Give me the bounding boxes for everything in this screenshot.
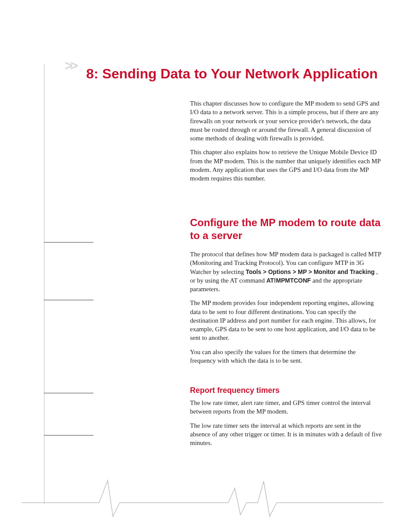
intro-block: This chapter discusses how to configure … (190, 99, 383, 188)
left-vertical-rule (44, 64, 44, 504)
side-rule-3 (44, 393, 93, 393)
subsection-heading-report-timers: Report frequency timers (190, 386, 383, 395)
document-page: >> 8: Sending Data to Your Network Appli… (0, 0, 411, 532)
intro-paragraph-1: This chapter discusses how to configure … (190, 99, 383, 143)
chapter-chevron-icon: >> (65, 58, 75, 74)
section1-paragraph-2: The MP modem provides four independent r… (190, 299, 383, 342)
chapter-title: 8: Sending Data to Your Network Applicat… (86, 66, 379, 82)
side-rule-4 (44, 435, 93, 436)
side-rule-2 (44, 300, 93, 300)
subsection-block: The low rate timer, alert rate timer, an… (190, 398, 383, 452)
intro-paragraph-2: This chapter also explains how to retrie… (190, 148, 383, 183)
side-rule-1 (44, 242, 93, 243)
subsection-paragraph-1: The low rate timer, alert rate timer, an… (190, 398, 383, 416)
at-command: AT!MPMTCONF (266, 277, 311, 284)
footer-waveform-icon (0, 472, 411, 519)
section1-paragraph-1: The protocol that defines how MP modem d… (190, 250, 383, 293)
section1-paragraph-3: You can also specify the values for the … (190, 348, 383, 365)
menu-path: Tools > Options > MP > Monitor and Track… (246, 268, 374, 275)
section-heading-configure: Configure the MP modem to route data to … (190, 216, 383, 242)
subsection-paragraph-2: The low rate timer sets the interval at … (190, 421, 383, 448)
section1-block: The protocol that defines how MP modem d… (190, 250, 383, 370)
